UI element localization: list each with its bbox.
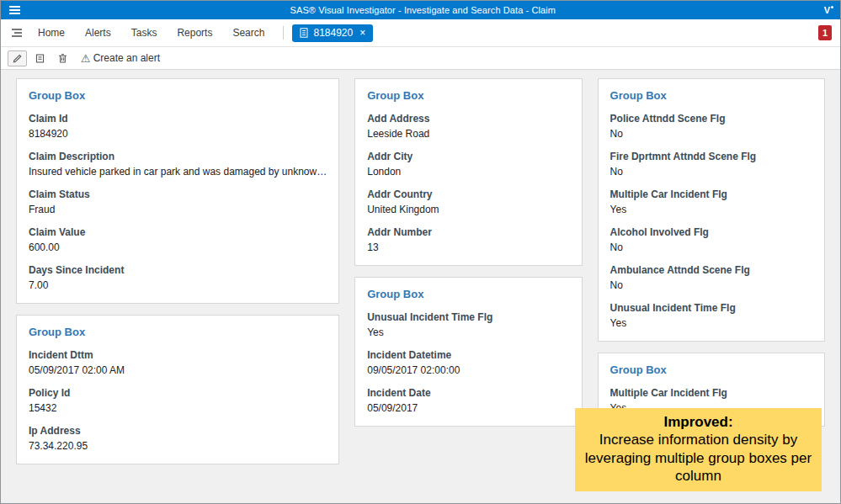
field-label: Claim Status	[29, 188, 327, 200]
field-label: Unusual Incident Time Flg	[610, 302, 812, 314]
nav-item-tasks[interactable]: Tasks	[121, 20, 168, 45]
tab-claim-8184920[interactable]: 8184920 ×	[292, 24, 373, 42]
field-value: 73.34.220.95	[29, 440, 327, 452]
nav-item-alerts[interactable]: Alerts	[75, 20, 121, 45]
trash-icon	[57, 53, 68, 64]
group-box: Group BoxAdd AddressLeeside RoadAddr Cit…	[354, 78, 582, 266]
annotation-body: Increase information density by leveragi…	[583, 431, 813, 485]
field-value: Yes	[367, 326, 569, 338]
field-unusual-incident-time-flg: Unusual Incident Time FlgYes	[610, 302, 812, 329]
app-window: SAS® Visual Investigator - Investigate a…	[0, 0, 841, 504]
clipboard-icon	[35, 53, 45, 64]
field-label: Ambulance Attndd Scene Flg	[610, 264, 812, 276]
group-box-title: Group Box	[29, 326, 327, 338]
field-label: Alcohol Involved Flg	[610, 226, 812, 238]
nav-item-home[interactable]: Home	[28, 20, 75, 45]
field-unusual-incident-time-flg: Unusual Incident Time FlgYes	[367, 311, 569, 338]
field-value: No	[610, 166, 812, 178]
field-value: No	[610, 241, 812, 253]
avatar-letter: V	[824, 5, 830, 15]
field-value: United Kingdom	[367, 204, 569, 215]
field-ambulance-attndd-scene-flg: Ambulance Attndd Scene FlgNo	[610, 264, 812, 291]
document-icon	[300, 28, 308, 38]
field-value: No	[610, 279, 812, 291]
field-label: Addr Country	[367, 188, 569, 200]
field-label: Claim Value	[29, 226, 327, 238]
field-value: Yes	[610, 204, 812, 215]
field-claim-description: Claim DescriptionInsured vehicle parked …	[29, 151, 327, 178]
annotation-title: Improved:	[583, 414, 813, 431]
nav-item-reports[interactable]: Reports	[167, 20, 222, 45]
field-claim-status: Claim StatusFraud	[29, 188, 327, 215]
group-box: Group BoxUnusual Incident Time FlgYesInc…	[354, 277, 582, 427]
field-multiple-car-incident-flg: Multiple Car Incident FlgYes	[610, 188, 812, 215]
field-value: 09/05/2017 02:00:00	[367, 364, 569, 376]
group-box: Group BoxPolice Attndd Scene FlgNoFire D…	[598, 78, 825, 342]
field-addr-country: Addr CountryUnited Kingdom	[367, 188, 569, 215]
notification-badge[interactable]: 1	[818, 25, 832, 40]
main-content: Group BoxClaim Id8184920Claim Descriptio…	[1, 70, 840, 503]
field-value: Fraud	[29, 204, 327, 215]
sidebar-toggle-icon[interactable]	[9, 26, 28, 40]
field-label: Addr Number	[367, 226, 569, 238]
column-2: Group BoxAdd AddressLeeside RoadAddr Cit…	[354, 78, 582, 427]
avatar-indicator-icon	[831, 6, 833, 8]
field-value: Leeside Road	[367, 128, 569, 140]
field-value: 05/09/2017	[367, 402, 569, 414]
field-claim-id: Claim Id8184920	[29, 113, 327, 140]
nav-items: HomeAlertsTasksReportsSearch	[28, 20, 274, 45]
field-label: Multiple Car Incident Flg	[610, 188, 812, 200]
field-label: Ip Address	[29, 425, 327, 437]
field-label: Policy Id	[29, 387, 327, 399]
field-label: Unusual Incident Time Flg	[367, 311, 569, 323]
column-1: Group BoxClaim Id8184920Claim Descriptio…	[16, 78, 339, 464]
field-value: 8184920	[29, 128, 327, 140]
notes-button[interactable]	[30, 50, 50, 66]
nav-bar: HomeAlertsTasksReportsSearch 8184920 × 1	[1, 19, 840, 47]
field-label: Police Attndd Scene Flg	[610, 113, 812, 125]
field-value: Insured vehicle parked in car park and w…	[29, 166, 327, 178]
field-claim-value: Claim Value600.00	[29, 226, 327, 253]
pencil-icon	[12, 53, 23, 64]
field-value: London	[367, 166, 569, 178]
tab-label: 8184920	[313, 27, 353, 39]
field-days-since-incident: Days Since Incident7.00	[29, 264, 327, 291]
field-value: No	[610, 128, 812, 140]
nav-divider	[283, 26, 284, 40]
field-label: Fire Dprtmnt Attndd Scene Flg	[610, 151, 812, 162]
field-label: Claim Id	[29, 113, 327, 125]
field-police-attndd-scene-flg: Police Attndd Scene FlgNo	[610, 113, 812, 140]
field-incident-dttm: Incident Dttm05/09/2017 02:00 AM	[29, 349, 327, 376]
field-label: Incident Dttm	[29, 349, 327, 361]
user-avatar[interactable]: V	[824, 5, 833, 15]
tab-close-icon[interactable]: ×	[358, 28, 365, 38]
delete-button[interactable]	[53, 50, 72, 66]
field-label: Multiple Car Incident Flg	[610, 387, 812, 399]
nav-item-search[interactable]: Search	[222, 20, 274, 45]
field-value: 7.00	[29, 279, 327, 291]
edit-button[interactable]	[8, 50, 27, 66]
field-value: 13	[367, 241, 569, 253]
field-addr-number: Addr Number13	[367, 226, 569, 253]
field-add-address: Add AddressLeeside Road	[367, 113, 569, 140]
field-label: Addr City	[367, 151, 569, 162]
field-value: 600.00	[29, 241, 327, 253]
group-box-title: Group Box	[367, 288, 569, 300]
group-box-columns: Group BoxClaim Id8184920Claim Descriptio…	[16, 78, 825, 464]
annotation-note: Improved: Increase information density b…	[575, 408, 822, 491]
field-value: Yes	[610, 317, 812, 329]
group-box-title: Group Box	[610, 363, 812, 376]
group-box-title: Group Box	[367, 89, 569, 102]
field-incident-date: Incident Date05/09/2017	[367, 387, 569, 414]
create-alert-button[interactable]: ⚠ Create an alert	[81, 52, 160, 64]
field-fire-dprtmnt-attndd-scene-flg: Fire Dprtmnt Attndd Scene FlgNo	[610, 151, 812, 178]
group-box-title: Group Box	[610, 89, 812, 102]
action-toolbar: ⚠ Create an alert	[1, 47, 840, 70]
group-box-title: Group Box	[29, 89, 327, 102]
column-3: Group BoxPolice Attndd Scene FlgNoFire D…	[598, 78, 825, 427]
menu-icon[interactable]	[8, 4, 22, 16]
app-header: SAS® Visual Investigator - Investigate a…	[1, 1, 840, 19]
field-label: Incident Datetime	[367, 349, 569, 361]
field-incident-datetime: Incident Datetime09/05/2017 02:00:00	[367, 349, 569, 376]
field-policy-id: Policy Id15432	[29, 387, 327, 414]
